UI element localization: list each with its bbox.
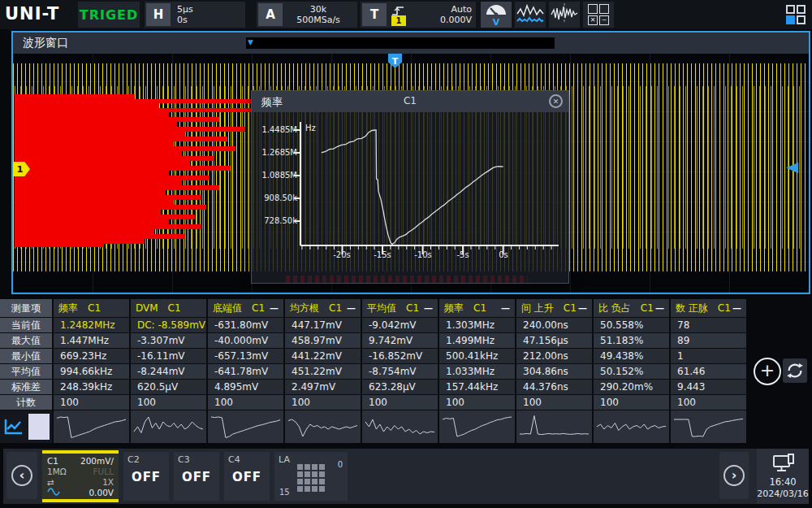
waveform-display[interactable]: T 1 频率 C1 ✕ Hz 1.4485M 1.2685M 1.0885M 9…: [13, 54, 809, 293]
math-windows-button[interactable]: ✕−: [583, 2, 614, 28]
dvm-volt-label: V: [493, 19, 500, 27]
column-header[interactable]: 底端值C1—: [208, 299, 283, 317]
channel3-id: C3: [178, 454, 190, 465]
measure-value-cell: 100: [671, 395, 746, 410]
trend-dash: —: [578, 303, 587, 314]
channel2-card[interactable]: C2 OFF: [123, 452, 169, 501]
sine-icon: [47, 488, 60, 498]
la-id: LA: [279, 454, 290, 465]
measure-channel: C1: [168, 302, 181, 314]
coupling-icon: ⇄: [47, 477, 54, 488]
measure-channel: C1: [329, 302, 342, 314]
acquire-settings-block[interactable]: A 30k 500MSa/s: [257, 2, 357, 28]
acquire-key-button[interactable]: A: [258, 3, 283, 26]
measure-name: 平均值: [367, 302, 396, 315]
measure-channel: C1: [641, 302, 654, 314]
system-date: 2024/03/16: [757, 488, 809, 499]
trend-chart-icon: [3, 417, 24, 436]
trend-toggle-button[interactable]: [28, 414, 50, 440]
column-header[interactable]: 比 负占C1—: [594, 299, 669, 317]
scroll-position-marker[interactable]: ▼: [248, 38, 253, 46]
panel-collapse-left-button[interactable]: ‹: [6, 452, 37, 499]
column-header[interactable]: 均方根C1—: [285, 299, 361, 317]
measure-name: 均方根: [290, 302, 319, 315]
measure-value-cell: 157.44kHz: [439, 380, 515, 394]
trend-mode-cell[interactable]: [0, 410, 52, 443]
popup-header[interactable]: 频率 C1 ✕: [252, 91, 568, 112]
channel2-id: C2: [127, 454, 140, 465]
measure-value-cell: 50.152%: [594, 364, 669, 379]
horizontal-settings-block[interactable]: H 5μs 0s: [145, 2, 245, 28]
column-header[interactable]: 频率C1: [54, 299, 129, 317]
math-windows-icon: ✕−: [588, 4, 609, 25]
measure-value-cell: 50.558%: [594, 318, 669, 332]
waveform-search-button[interactable]: [549, 2, 580, 28]
row-label: 最小值: [0, 349, 52, 363]
horizontal-position-scrollbar[interactable]: ▼: [246, 37, 555, 49]
column-header[interactable]: 频率C1—: [439, 299, 515, 317]
reset-statistics-button[interactable]: [783, 358, 807, 383]
trend-dash: —: [501, 303, 510, 314]
measure-value-cell: 1.2482MHz: [54, 318, 129, 332]
y-axis-unit: Hz: [305, 124, 316, 132]
trend-sparkline: [671, 410, 746, 443]
row-label: 计数: [0, 395, 52, 410]
column-header[interactable]: 平均值C1—: [362, 299, 438, 317]
trend-sparkline: [594, 410, 669, 443]
refresh-icon: [785, 361, 805, 380]
measure-value-cell: 100: [208, 395, 283, 410]
channel4-state: OFF: [224, 470, 270, 484]
channel4-card[interactable]: C4 OFF: [224, 452, 270, 501]
horizontal-key-button[interactable]: H: [146, 3, 171, 26]
measure-name: 比 负占: [598, 302, 631, 315]
trigger-settings-block[interactable]: T 1 Auto 0.000V: [361, 2, 476, 28]
close-icon[interactable]: ✕: [549, 94, 563, 108]
x-tick-label: -5s: [445, 250, 481, 259]
measure-channel: C1: [564, 302, 577, 314]
measurement-table: 测量项 频率C1 DVMC1 底端值C1— 均方根C1— 平均值C1— 频率C1…: [0, 299, 746, 443]
column-header[interactable]: DVMC1: [131, 299, 206, 317]
gauge-icon: [485, 3, 508, 19]
measure-value-cell: 620.5μV: [131, 380, 206, 394]
x-tick-label: 0s: [486, 250, 521, 259]
logic-analyzer-card[interactable]: LA 0 15: [274, 452, 348, 501]
measure-value-cell: -657.13mV: [208, 349, 283, 363]
measure-name: DVM: [136, 302, 158, 314]
channel2-state: OFF: [123, 470, 169, 484]
measure-value-cell: -9.042mV: [362, 318, 438, 332]
x-tick-label: -15s: [365, 250, 400, 259]
trend-sparkline: [54, 410, 129, 443]
system-clock-panel[interactable]: 16:40 2024/03/16: [757, 449, 809, 504]
measure-value-cell: 304.86ns: [516, 364, 592, 379]
chevron-left-icon: ‹: [19, 467, 25, 483]
column-header[interactable]: 间 上升C1—: [516, 299, 592, 317]
fft-button[interactable]: [515, 2, 546, 28]
measure-value-cell: 9.443: [671, 380, 746, 394]
trend-sparkline: [131, 410, 206, 443]
trigger-key-button[interactable]: T: [362, 3, 387, 26]
panel-expand-right-button[interactable]: ›: [719, 452, 749, 499]
row-label: 最大值: [0, 333, 52, 348]
measure-value-cell: 1.447MHz: [54, 333, 129, 348]
measure-name: 频率: [444, 302, 464, 315]
display-layout-button[interactable]: [786, 5, 806, 24]
channel1-scale: 200mV/: [80, 456, 114, 467]
measure-value-cell: 44.376ns: [516, 380, 592, 394]
column-header[interactable]: 数 正脉C1—: [671, 299, 746, 317]
x-tick-label: -20s: [324, 250, 360, 259]
trend-dash: —: [424, 303, 433, 314]
measure-value-cell: 100: [131, 395, 206, 410]
measure-value-cell: 994.66kHz: [54, 364, 129, 379]
channel3-card[interactable]: C3 OFF: [174, 452, 219, 501]
measure-value-cell: 89: [671, 333, 746, 348]
measure-value-cell: 2.497mV: [285, 380, 361, 394]
monitor-icon: [772, 454, 795, 473]
add-measurement-button[interactable]: +: [754, 358, 781, 385]
top-bar: UNI-T TRIGED H 5μs 0s A 30k 500MSa/s T 1: [0, 0, 812, 29]
dvm-button[interactable]: V: [481, 2, 512, 28]
channel1-card[interactable]: C1200mV/ 1MΩFULL ⇄1X 0.00V: [42, 450, 119, 502]
search-waveform-icon: [551, 2, 578, 28]
row-label: 当前值: [0, 318, 52, 332]
channel1-impedance: 1MΩ: [47, 467, 67, 477]
display-layout-icon: [786, 5, 806, 24]
